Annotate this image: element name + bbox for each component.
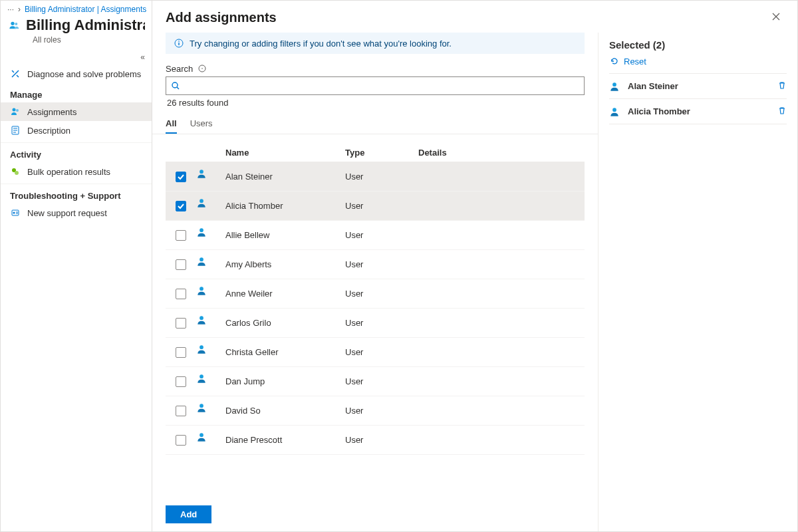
col-type[interactable]: Type [345,148,418,158]
remove-button[interactable] [777,106,787,117]
col-details[interactable]: Details [418,148,585,158]
collapse-sidebar[interactable]: « [1,50,152,65]
row-checkbox[interactable] [176,259,186,270]
row-checkbox[interactable] [176,201,186,211]
table-row[interactable]: Amy AlbertsUser [166,250,585,279]
search-icon [170,80,181,91]
breadcrumb-sep: › [18,5,21,14]
table-row[interactable]: Anne WeilerUser [166,279,585,309]
tab-all[interactable]: All [166,113,177,134]
reset-button[interactable]: Reset [609,53,787,73]
table-row[interactable]: Alan SteinerUser [166,162,585,192]
row-name: Alan Steiner [225,172,345,182]
tabs: All Users [152,113,598,134]
selected-item-name: Alicia Thomber [628,106,769,116]
panel-title: Add assignments [166,10,277,25]
table-row[interactable]: David SoUser [166,396,585,426]
page-title: Billing Administrator [26,17,145,34]
svg-point-26 [200,374,203,378]
row-checkbox[interactable] [176,230,186,241]
diagnose-icon [10,68,21,79]
row-checkbox[interactable] [176,376,186,387]
reset-label: Reset [624,57,646,66]
help-icon[interactable] [197,63,207,74]
role-icon [9,20,19,31]
svg-point-11 [13,212,15,214]
col-name[interactable]: Name [225,148,345,158]
table-row[interactable]: Christa GellerUser [166,338,585,367]
svg-point-24 [200,316,203,320]
close-button[interactable] [768,9,784,26]
tab-users[interactable]: Users [190,113,213,134]
person-icon [196,227,207,237]
row-checkbox[interactable] [176,172,186,182]
svg-point-27 [200,404,203,408]
nav-diagnose[interactable]: Diagnose and solve problems [1,65,152,83]
person-icon [196,256,207,267]
table-row[interactable]: Alicia ThomberUser [166,192,585,221]
info-banner-text: Try changing or adding filters if you do… [190,39,452,49]
person-icon [196,344,207,354]
horizontal-scrollbar[interactable] [166,487,585,497]
nav-bulk[interactable]: Bulk operation results [1,162,152,181]
person-icon [609,106,620,117]
remove-button[interactable] [777,80,787,92]
nav-description[interactable]: Description [1,121,152,140]
row-type: User [345,259,418,269]
search-box[interactable] [166,76,585,95]
bulk-icon [10,166,21,177]
row-checkbox[interactable] [176,435,186,446]
breadcrumb-link[interactable]: Billing Administrator | Assignments [25,5,146,14]
svg-point-20 [200,199,203,203]
search-label: Search [152,63,598,76]
search-label-text: Search [166,64,193,74]
results-grid: Name Type Details Alan SteinerUserAlicia… [166,144,585,497]
close-icon [771,11,781,22]
nav-support-label: New support request [27,208,107,218]
table-row[interactable]: Allie BellewUser [166,221,585,250]
info-banner: Try changing or adding filters if you do… [166,33,585,54]
main-column: Try changing or adding filters if you do… [152,33,598,531]
row-type: User [345,201,418,211]
row-checkbox[interactable] [176,289,186,299]
row-checkbox[interactable] [176,406,186,416]
section-manage: Manage [1,83,152,102]
add-button[interactable]: Add [166,505,211,523]
description-icon [10,125,21,136]
support-icon [10,207,21,218]
svg-point-17 [172,82,178,88]
row-type: User [345,406,418,416]
breadcrumb: ··· › Billing Administrator | Assignment… [1,1,152,14]
svg-point-16 [201,68,203,69]
person-icon [609,81,620,92]
row-name: Allie Bellew [225,230,345,240]
svg-point-19 [200,170,203,174]
person-icon [196,168,207,179]
svg-point-1 [15,23,17,25]
row-checkbox[interactable] [176,318,186,329]
svg-point-30 [612,108,616,112]
svg-point-9 [15,171,19,175]
search-input[interactable] [181,81,580,91]
row-name: Carlos Grilo [225,318,345,328]
table-row[interactable]: Carlos GriloUser [166,309,585,338]
svg-point-2 [13,108,16,112]
row-checkbox[interactable] [176,347,186,358]
svg-point-28 [200,433,203,437]
row-name: David So [225,406,345,416]
grid-body[interactable]: Alan SteinerUserAlicia ThomberUserAllie … [166,162,585,484]
table-row[interactable]: Diane PrescottUser [166,426,585,455]
page-title-row: Billing Administrator [1,14,152,35]
selected-item-name: Alan Steiner [628,81,769,91]
row-name: Diane Prescott [225,435,345,445]
person-icon [196,285,207,296]
svg-point-13 [178,41,180,42]
row-type: User [345,289,418,299]
breadcrumb-dots[interactable]: ··· [7,5,14,14]
table-row[interactable]: Dan JumpUser [166,367,585,396]
row-name: Anne Weiler [225,289,345,299]
nav-support[interactable]: New support request [1,203,152,222]
person-icon [196,432,207,442]
add-assignments-panel: Add assignments Try changing or adding f… [152,1,797,531]
nav-assignments[interactable]: Assignments [1,102,152,121]
